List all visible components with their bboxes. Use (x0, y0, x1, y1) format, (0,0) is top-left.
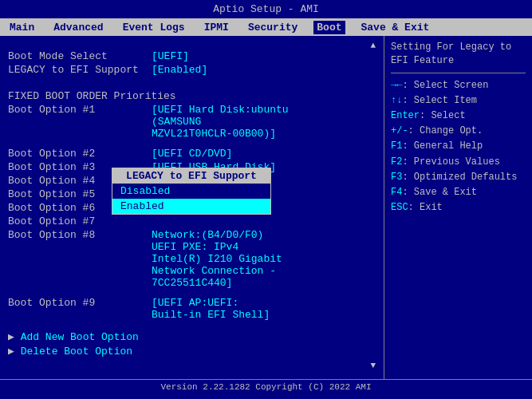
boot-option-9-value[interactable]: [UEFI AP:UEFI:Built-in EFI Shell] (152, 297, 270, 321)
key-enter: Enter: Select (391, 109, 526, 124)
menu-ipmi[interactable]: IPMI (201, 21, 232, 34)
right-panel: Setting For Legacy to EFI Feature →←: Se… (384, 36, 532, 379)
legacy-efi-label: LEGACY to EFI Support (8, 64, 152, 76)
help-text: Setting For Legacy to EFI Feature (391, 41, 526, 68)
key-change-opt: +/-: Change Opt. (391, 124, 526, 139)
key-select-screen: →←: Select Screen (391, 78, 526, 93)
menu-boot[interactable]: Boot (313, 21, 345, 34)
menu-security[interactable]: Security (245, 21, 301, 34)
dropdown-enabled[interactable]: Enabled (112, 199, 270, 214)
boot-mode-label: Boot Mode Select (8, 50, 152, 62)
title-bar: Aptio Setup - AMI (0, 0, 532, 19)
boot-option-8-value[interactable]: Network:(B4/D0/F0)UEFI PXE: IPv4Intel(R)… (152, 229, 282, 289)
boot-option-8-label: Boot Option #8 (8, 229, 152, 289)
key-select-item: ↑↓: Select Item (391, 93, 526, 109)
divider (391, 73, 526, 73)
boot-option-7-row: Boot Option #7 (8, 215, 376, 227)
boot-option-2-label: Boot Option #2 (8, 148, 152, 160)
boot-mode-row: Boot Mode Select [UEFI] (8, 50, 376, 62)
boot-option-9-row: Boot Option #9 [UEFI AP:UEFI:Built-in EF… (8, 297, 376, 321)
boot-option-1-value[interactable]: [UEFI Hard Disk:ubuntu(SAMSUNGMZVL21T0HC… (152, 104, 289, 140)
delete-boot-option[interactable]: Delete Boot Option (8, 345, 376, 358)
key-help: →←: Select Screen ↑↓: Select Item Enter:… (391, 78, 526, 216)
key-f4: F4: Save & Exit (391, 185, 526, 200)
status-bar: Version 2.22.1282 Copyright (C) 2022 AMI (0, 379, 532, 397)
scroll-up-arrow: ▲ (8, 41, 376, 50)
key-esc: ESC: Exit (391, 200, 526, 215)
scroll-down-arrow: ▼ (8, 361, 376, 370)
boot-mode-value[interactable]: [UEFI] (152, 50, 189, 62)
fixed-boot-header: FIXED BOOT ORDER Priorities (8, 90, 376, 102)
key-f3: F3: Optimized Defaults (391, 170, 526, 185)
boot-option-1-row: Boot Option #1 [UEFI Hard Disk:ubuntu(SA… (8, 104, 376, 140)
app-title: Aptio Setup - AMI (213, 3, 319, 15)
add-boot-option[interactable]: Add New Boot Option (8, 330, 376, 343)
menu-event-logs[interactable]: Event Logs (120, 21, 188, 34)
legacy-efi-dropdown[interactable]: LEGACY to EFI Support Disabled Enabled (112, 168, 271, 215)
dropdown-title: LEGACY to EFI Support (112, 168, 270, 184)
menu-bar: Main Advanced Event Logs IPMI Security B… (0, 19, 532, 36)
legacy-efi-value[interactable]: [Enabled] (152, 64, 207, 76)
boot-option-9-label: Boot Option #9 (8, 297, 152, 321)
boot-option-2-value[interactable]: [UEFI CD/DVD] (152, 148, 232, 160)
boot-option-2-row: Boot Option #2 [UEFI CD/DVD] (8, 148, 376, 160)
menu-save-exit[interactable]: Save & Exit (358, 21, 433, 34)
left-panel: ▲ Boot Mode Select [UEFI] LEGACY to EFI … (0, 36, 384, 379)
key-f1: F1: General Help (391, 139, 526, 154)
legacy-efi-row: LEGACY to EFI Support [Enabled] (8, 64, 376, 76)
boot-option-8-row: Boot Option #8 Network:(B4/D0/F0)UEFI PX… (8, 229, 376, 289)
key-f2: F2: Previous Values (391, 155, 526, 170)
main-content: ▲ Boot Mode Select [UEFI] LEGACY to EFI … (0, 36, 532, 379)
version-text: Version 2.22.1282 Copyright (C) 2022 AMI (160, 382, 371, 392)
menu-main[interactable]: Main (6, 21, 37, 34)
menu-advanced[interactable]: Advanced (50, 21, 106, 34)
dropdown-disabled[interactable]: Disabled (112, 184, 270, 199)
boot-option-7-label: Boot Option #7 (8, 215, 152, 227)
boot-option-1-label: Boot Option #1 (8, 104, 152, 140)
